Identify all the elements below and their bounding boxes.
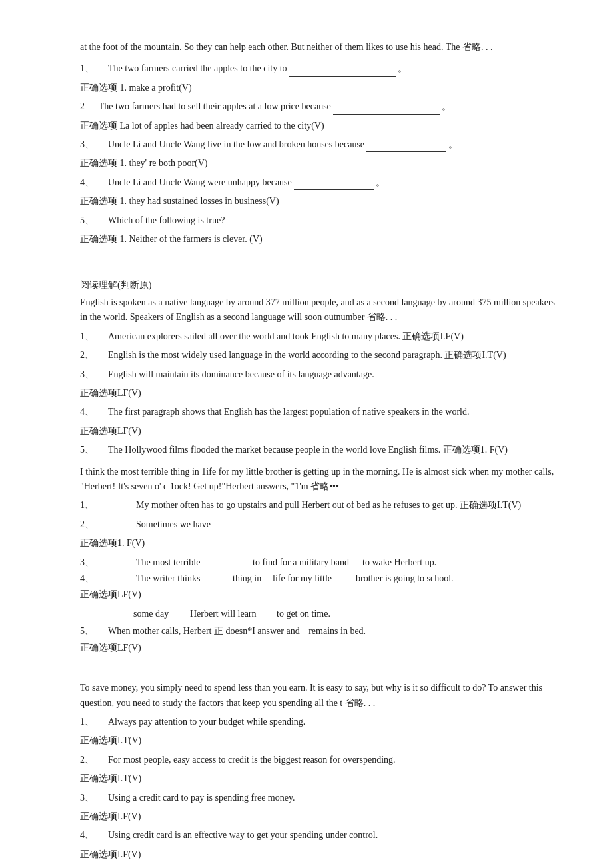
s4-q1-text: 1、 Always pay attention to your budget w… [80,715,560,729]
page-content: at the foot of the mountain. So they can… [80,40,560,868]
s2-q3-text: 3、 English will maintain its dominance b… [80,367,560,382]
s2-q2: 2、 English is the most widely used langu… [80,348,560,363]
s4-q2-answer: 正确选项I.T(V) [80,771,560,786]
s3-q5-answer: 正确选项LF(V) [80,641,560,655]
q4-answer: 正确选项 1. they had sustained losses in bus… [80,194,560,209]
s4-q3-text: 3、 Using a credit card to pay is spendin… [80,791,560,805]
q2-row: 2 The two farmers had to sell their appl… [80,99,560,114]
section4-intro: To save money, you simply need to spend … [80,681,560,711]
q3-answer: 正确选项 1. they' re both poor(V) [80,156,560,171]
section1: 1、 The two farmers carried the apples to… [80,61,560,247]
s3-q4-answer: 正确选项LF(V) [80,587,560,602]
s3-q3-row: 3、 The most terrible to find for a milit… [80,555,560,570]
s3-q2-text: 2、 Sometimes we have [80,517,560,532]
section2: 阅读理解(判断原) English is spoken as a native … [80,278,560,458]
s3-q2-answer: 正确选项1. F(V) [80,536,560,551]
q5-answer: 正确选项 1. Neither of the farmers is clever… [80,232,560,247]
gap1 [80,253,560,268]
s2-q5: 5、 The Hollywood films flooded the marke… [80,443,560,457]
s4-q1-answer: 正确选项I.T(V) [80,733,560,748]
q1-answer: 正确选项 1. make a profit(V) [80,81,560,95]
section2-title: 阅读理解(判断原) [80,278,560,293]
q4-row: 4、 Uncle Li and Uncle Wang were unhappy … [80,175,560,190]
section3: I think the most terrible thing in 1ife … [80,465,560,655]
intro-text: at the foot of the mountain. So they can… [80,40,560,55]
s2-q4-text: 4、 The first paragraph shows that Englis… [80,405,560,419]
q2-answer: 正确选项 La lot of apples had been already c… [80,119,560,133]
s3-q1: 1、 My mother often has to go upstairs an… [80,498,560,513]
q1-row: 1、 The two farmers carried the apples to… [80,61,560,76]
s2-q1: 1、 American explorers sailed all over th… [80,329,560,344]
section4: To save money, you simply need to spend … [80,681,560,868]
s3-q4-row1: 4、 The writer thinks thing in life for m… [80,571,560,586]
q5-row: 5、 Which of the following is true? [80,213,560,228]
s4-q2-text: 2、 For most people, easy access to credi… [80,753,560,767]
s2-q3-answer: 正确选项LF(V) [80,386,560,401]
s2-q4-answer: 正确选项LF(V) [80,424,560,439]
s4-q4-text: 4、 Using credit card is an effective way… [80,828,560,843]
section2-intro: English is spoken as a native language b… [80,295,560,325]
s3-q5-row: 5、 When mother calls, Herbert 正 doesn*I … [80,624,560,639]
q3-row: 3、 Uncle Li and Uncle Wang live in the l… [80,137,560,152]
s4-q4-answer: 正确选项I.F(V) [80,847,560,862]
s4-q3-answer: 正确选项I.F(V) [80,809,560,824]
section3-intro: I think the most terrible thing in 1ife … [80,465,560,495]
s3-herbert-row: some day Herbert will learn to get on ti… [133,607,560,621]
gap2 [80,662,560,677]
